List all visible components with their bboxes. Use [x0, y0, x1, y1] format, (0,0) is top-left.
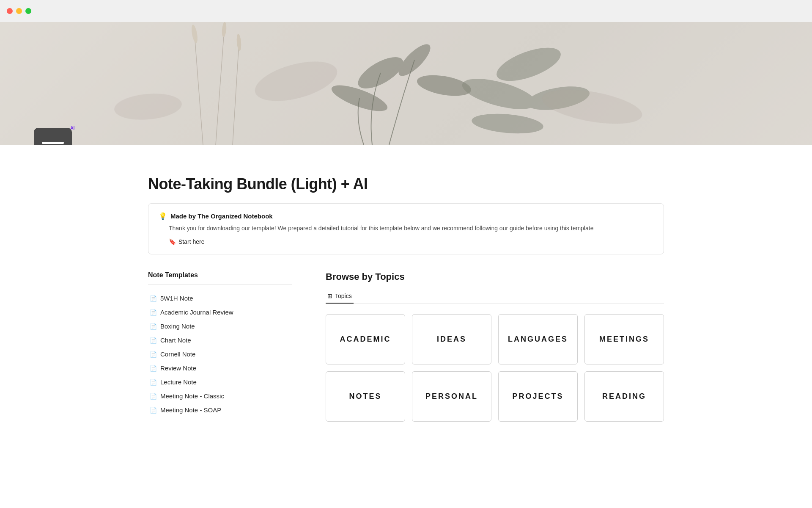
browse-topics-section: Browse by Topics ⊞ Topics ACADEMICIDEASL… [326, 271, 664, 422]
doc-icon: 📄 [150, 407, 157, 414]
topic-card[interactable]: PERSONAL [412, 371, 491, 422]
author-label: Made by The Organized Notebook [170, 213, 273, 220]
topic-card[interactable]: MEETINGS [584, 314, 664, 364]
doc-icon: 📄 [150, 393, 157, 400]
main-content: Note-Taking Bundle (Light) + AI 💡 Made b… [114, 175, 698, 422]
topic-card-label: NOTES [349, 392, 381, 400]
topic-card-label: ACADEMIC [340, 335, 391, 343]
start-here-label: Start here [178, 238, 204, 245]
template-item-label: Meeting Note - SOAP [160, 406, 221, 414]
doc-icon: 📄 [150, 365, 157, 372]
svg-rect-0 [0, 22, 812, 145]
bookmark-icon: 🔖 [169, 238, 176, 245]
template-item-label: Meeting Note - Classic [160, 392, 224, 400]
template-list-item[interactable]: 📄 Lecture Note [148, 375, 292, 389]
maximize-button[interactable] [25, 8, 31, 14]
two-column-layout: Note Templates 📄 5W1H Note 📄 Academic Jo… [148, 271, 664, 422]
hero-banner: AI [0, 22, 812, 145]
note-templates-section: Note Templates 📄 5W1H Note 📄 Academic Jo… [148, 271, 292, 422]
topic-card-label: PERSONAL [425, 392, 478, 400]
template-list-item[interactable]: 📄 Meeting Note - Classic [148, 389, 292, 403]
template-item-label: Academic Journal Review [160, 309, 233, 316]
topic-card-label: READING [602, 392, 646, 400]
icon-line [42, 142, 64, 144]
page-title: Note-Taking Bundle (Light) + AI [148, 175, 664, 193]
tab-topics-label: Topics [335, 293, 352, 299]
info-box: 💡 Made by The Organized Notebook Thank y… [148, 203, 664, 254]
close-button[interactable] [7, 8, 13, 14]
topic-card[interactable]: ACADEMIC [326, 314, 405, 364]
template-item-label: Boxing Note [160, 323, 195, 330]
page-icon: AI [34, 128, 72, 145]
topic-card[interactable]: IDEAS [412, 314, 491, 364]
topic-card-label: MEETINGS [599, 335, 649, 343]
doc-icon: 📄 [150, 295, 157, 302]
note-templates-title: Note Templates [148, 271, 292, 284]
template-list-item[interactable]: 📄 Meeting Note - SOAP [148, 403, 292, 417]
topic-card-label: IDEAS [437, 335, 466, 343]
info-box-header: 💡 Made by The Organized Notebook [159, 212, 653, 220]
doc-icon: 📄 [150, 337, 157, 344]
template-list: 📄 5W1H Note 📄 Academic Journal Review 📄 … [148, 291, 292, 417]
template-item-label: Review Note [160, 364, 196, 372]
doc-icon: 📄 [150, 323, 157, 330]
info-box-description: Thank you for downloading our template! … [169, 224, 653, 233]
template-list-item[interactable]: 📄 5W1H Note [148, 291, 292, 305]
browse-title: Browse by Topics [326, 271, 664, 282]
doc-icon: 📄 [150, 351, 157, 358]
topic-card[interactable]: READING [584, 371, 664, 422]
template-item-label: Chart Note [160, 337, 191, 344]
template-item-label: 5W1H Note [160, 295, 193, 302]
topics-grid: ACADEMICIDEASLANGUAGESMEETINGSNOTESPERSO… [326, 314, 664, 422]
title-bar [0, 0, 812, 22]
template-list-item[interactable]: 📄 Review Note [148, 361, 292, 375]
minimize-button[interactable] [16, 8, 22, 14]
tab-topics[interactable]: ⊞ Topics [326, 289, 354, 304]
template-item-label: Lecture Note [160, 378, 197, 386]
start-here-link[interactable]: 🔖 Start here [169, 238, 204, 245]
page-icon-wrapper: AI [34, 128, 72, 145]
topic-card-label: PROJECTS [512, 392, 563, 400]
ai-badge: AI [70, 125, 74, 130]
template-list-item[interactable]: 📄 Academic Journal Review [148, 305, 292, 319]
topic-card[interactable]: NOTES [326, 371, 405, 422]
grid-icon: ⊞ [327, 293, 332, 299]
template-list-item[interactable]: 📄 Chart Note [148, 333, 292, 347]
template-list-item[interactable]: 📄 Boxing Note [148, 319, 292, 333]
topic-card[interactable]: PROJECTS [498, 371, 578, 422]
tabs-bar: ⊞ Topics [326, 289, 664, 304]
template-item-label: Cornell Note [160, 351, 195, 358]
topic-card[interactable]: LANGUAGES [498, 314, 578, 364]
topic-card-label: LANGUAGES [508, 335, 568, 343]
doc-icon: 📄 [150, 309, 157, 316]
template-list-item[interactable]: 📄 Cornell Note [148, 347, 292, 361]
bulb-icon: 💡 [159, 212, 167, 220]
doc-icon: 📄 [150, 379, 157, 386]
